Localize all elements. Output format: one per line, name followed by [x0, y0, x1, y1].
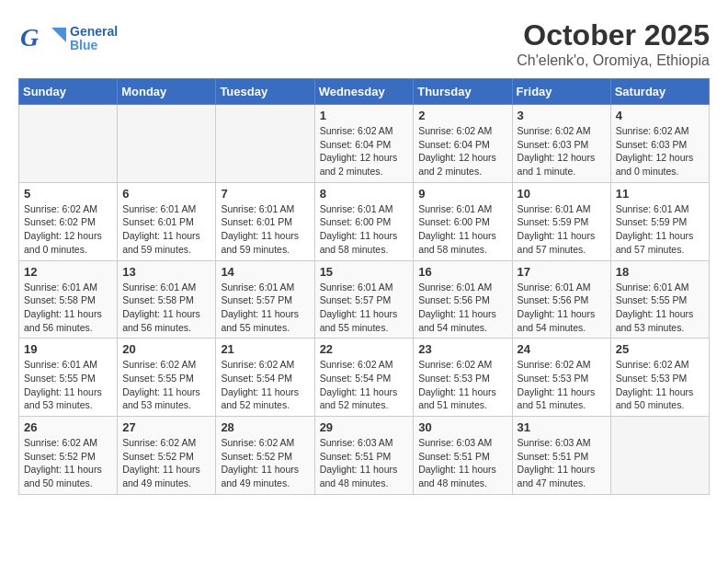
day-info: Sunrise: 6:01 AM Sunset: 5:55 PM Dayligh…	[616, 281, 704, 335]
calendar-title: October 2025	[517, 18, 710, 52]
logo-text: General Blue	[70, 25, 118, 53]
day-info: Sunrise: 6:02 AM Sunset: 5:53 PM Dayligh…	[418, 358, 506, 412]
day-number: 11	[616, 187, 704, 201]
calendar-table: SundayMondayTuesdayWednesdayThursdayFrid…	[18, 78, 710, 495]
day-info: Sunrise: 6:02 AM Sunset: 5:54 PM Dayligh…	[320, 358, 409, 412]
day-number: 20	[122, 342, 210, 356]
calendar-cell: 13Sunrise: 6:01 AM Sunset: 5:58 PM Dayli…	[118, 260, 216, 339]
calendar-cell: 9Sunrise: 6:01 AM Sunset: 6:00 PM Daylig…	[414, 182, 512, 260]
day-number: 28	[221, 420, 309, 434]
day-info: Sunrise: 6:01 AM Sunset: 6:01 PM Dayligh…	[221, 202, 309, 257]
day-info: Sunrise: 6:02 AM Sunset: 5:53 PM Dayligh…	[518, 358, 606, 412]
calendar-header: SundayMondayTuesdayWednesdayThursdayFrid…	[19, 79, 710, 105]
day-info: Sunrise: 6:01 AM Sunset: 5:55 PM Dayligh…	[24, 358, 112, 412]
calendar-cell: 24Sunrise: 6:02 AM Sunset: 5:53 PM Dayli…	[512, 339, 610, 417]
calendar-body: 1Sunrise: 6:02 AM Sunset: 6:04 PM Daylig…	[19, 105, 710, 495]
day-info: Sunrise: 6:02 AM Sunset: 6:04 PM Dayligh…	[320, 124, 409, 178]
day-number: 2	[418, 109, 506, 122]
calendar-week-3: 12Sunrise: 6:01 AM Sunset: 5:58 PM Dayli…	[19, 260, 710, 339]
day-number: 17	[518, 265, 606, 279]
weekday-tuesday: Tuesday	[216, 79, 314, 105]
logo-general-text: General	[70, 25, 118, 39]
weekday-wednesday: Wednesday	[314, 79, 414, 105]
day-info: Sunrise: 6:01 AM Sunset: 5:59 PM Dayligh…	[518, 202, 606, 257]
calendar-cell: 14Sunrise: 6:01 AM Sunset: 5:57 PM Dayli…	[216, 260, 314, 339]
calendar-cell	[118, 105, 216, 183]
day-number: 8	[320, 187, 409, 201]
day-number: 10	[518, 187, 606, 201]
day-info: Sunrise: 6:01 AM Sunset: 6:01 PM Dayligh…	[122, 202, 210, 257]
calendar-cell: 4Sunrise: 6:02 AM Sunset: 6:03 PM Daylig…	[610, 105, 709, 183]
calendar-cell: 6Sunrise: 6:01 AM Sunset: 6:01 PM Daylig…	[118, 182, 216, 260]
calendar-week-2: 5Sunrise: 6:02 AM Sunset: 6:02 PM Daylig…	[19, 182, 710, 260]
day-info: Sunrise: 6:01 AM Sunset: 5:57 PM Dayligh…	[221, 281, 309, 335]
calendar-cell: 29Sunrise: 6:03 AM Sunset: 5:51 PM Dayli…	[314, 417, 414, 495]
calendar-cell: 1Sunrise: 6:02 AM Sunset: 6:04 PM Daylig…	[314, 105, 414, 183]
calendar-week-5: 26Sunrise: 6:02 AM Sunset: 5:52 PM Dayli…	[19, 417, 710, 495]
day-info: Sunrise: 6:02 AM Sunset: 6:02 PM Dayligh…	[24, 202, 112, 257]
calendar-cell: 26Sunrise: 6:02 AM Sunset: 5:52 PM Dayli…	[19, 417, 118, 495]
weekday-thursday: Thursday	[414, 79, 512, 105]
day-number: 21	[221, 342, 309, 356]
day-number: 31	[518, 420, 606, 434]
calendar-cell: 20Sunrise: 6:02 AM Sunset: 5:55 PM Dayli…	[118, 339, 216, 417]
day-number: 16	[418, 265, 506, 279]
calendar-cell: 31Sunrise: 6:03 AM Sunset: 5:51 PM Dayli…	[512, 417, 610, 495]
logo-blue-text: Blue	[70, 39, 118, 52]
day-number: 9	[418, 187, 506, 201]
weekday-monday: Monday	[118, 79, 216, 105]
svg-text:G: G	[20, 23, 39, 52]
calendar-cell: 22Sunrise: 6:02 AM Sunset: 5:54 PM Dayli…	[314, 339, 414, 417]
calendar-cell: 8Sunrise: 6:01 AM Sunset: 6:00 PM Daylig…	[314, 182, 414, 260]
calendar-cell: 17Sunrise: 6:01 AM Sunset: 5:56 PM Dayli…	[512, 260, 610, 339]
day-number: 19	[24, 342, 112, 356]
day-info: Sunrise: 6:02 AM Sunset: 6:04 PM Dayligh…	[418, 124, 506, 178]
calendar-cell: 10Sunrise: 6:01 AM Sunset: 5:59 PM Dayli…	[512, 182, 610, 260]
day-number: 7	[221, 187, 309, 201]
weekday-saturday: Saturday	[610, 79, 709, 105]
day-info: Sunrise: 6:03 AM Sunset: 5:51 PM Dayligh…	[418, 436, 506, 490]
day-number: 26	[24, 420, 112, 434]
calendar-cell: 18Sunrise: 6:01 AM Sunset: 5:55 PM Dayli…	[610, 260, 709, 339]
day-number: 6	[122, 187, 210, 201]
calendar-cell: 27Sunrise: 6:02 AM Sunset: 5:52 PM Dayli…	[118, 417, 216, 495]
day-number: 15	[320, 265, 409, 279]
svg-marker-1	[51, 28, 66, 42]
day-info: Sunrise: 6:01 AM Sunset: 5:59 PM Dayligh…	[616, 202, 704, 257]
day-info: Sunrise: 6:01 AM Sunset: 5:56 PM Dayligh…	[418, 281, 506, 335]
day-info: Sunrise: 6:02 AM Sunset: 5:54 PM Dayligh…	[221, 358, 309, 412]
calendar-cell: 23Sunrise: 6:02 AM Sunset: 5:53 PM Dayli…	[414, 339, 512, 417]
day-info: Sunrise: 6:02 AM Sunset: 5:52 PM Dayligh…	[24, 436, 112, 490]
day-number: 29	[320, 420, 409, 434]
day-number: 5	[24, 187, 112, 201]
calendar-cell: 21Sunrise: 6:02 AM Sunset: 5:54 PM Dayli…	[216, 339, 314, 417]
day-info: Sunrise: 6:02 AM Sunset: 6:03 PM Dayligh…	[616, 124, 704, 178]
calendar-cell: 16Sunrise: 6:01 AM Sunset: 5:56 PM Dayli…	[414, 260, 512, 339]
day-number: 30	[418, 420, 506, 434]
day-number: 14	[221, 265, 309, 279]
header: G General Blue October 2025 Ch'elenk'o, …	[18, 18, 710, 69]
calendar-cell	[216, 105, 314, 183]
calendar-cell: 15Sunrise: 6:01 AM Sunset: 5:57 PM Dayli…	[314, 260, 414, 339]
weekday-header-row: SundayMondayTuesdayWednesdayThursdayFrid…	[19, 79, 710, 105]
day-info: Sunrise: 6:01 AM Sunset: 6:00 PM Dayligh…	[320, 202, 409, 257]
calendar-week-1: 1Sunrise: 6:02 AM Sunset: 6:04 PM Daylig…	[19, 105, 710, 183]
day-info: Sunrise: 6:01 AM Sunset: 5:57 PM Dayligh…	[320, 281, 409, 335]
day-number: 18	[616, 265, 704, 279]
day-info: Sunrise: 6:02 AM Sunset: 5:52 PM Dayligh…	[221, 436, 309, 490]
day-info: Sunrise: 6:02 AM Sunset: 5:55 PM Dayligh…	[122, 358, 210, 412]
day-number: 12	[24, 265, 112, 279]
day-number: 27	[122, 420, 210, 434]
day-number: 1	[320, 109, 409, 122]
calendar-cell: 3Sunrise: 6:02 AM Sunset: 6:03 PM Daylig…	[512, 105, 610, 183]
day-number: 25	[616, 342, 704, 356]
day-info: Sunrise: 6:01 AM Sunset: 6:00 PM Dayligh…	[418, 202, 506, 257]
calendar-cell: 7Sunrise: 6:01 AM Sunset: 6:01 PM Daylig…	[216, 182, 314, 260]
day-info: Sunrise: 6:01 AM Sunset: 5:56 PM Dayligh…	[518, 281, 606, 335]
logo-icon: G	[18, 18, 66, 59]
day-number: 24	[518, 342, 606, 356]
calendar-cell	[610, 417, 709, 495]
calendar-cell	[19, 105, 118, 183]
calendar-week-4: 19Sunrise: 6:01 AM Sunset: 5:55 PM Dayli…	[19, 339, 710, 417]
calendar-cell: 30Sunrise: 6:03 AM Sunset: 5:51 PM Dayli…	[414, 417, 512, 495]
